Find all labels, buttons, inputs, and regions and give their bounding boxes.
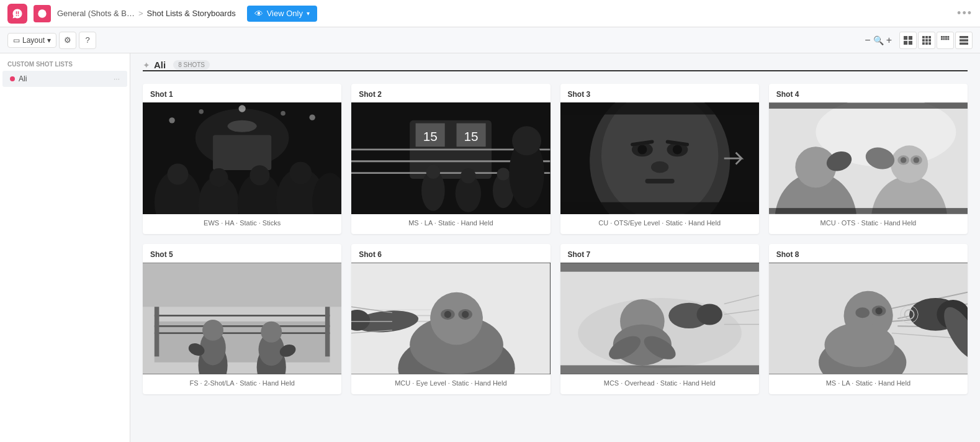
shot-title-2: Shot 2 bbox=[351, 84, 550, 102]
svg-point-112 bbox=[430, 292, 483, 345]
view-grid-small-button[interactable] bbox=[937, 32, 954, 49]
svg-rect-133 bbox=[560, 263, 759, 272]
svg-point-29 bbox=[228, 120, 257, 132]
zoom-in-button[interactable]: + bbox=[886, 35, 892, 46]
shot-title-5: Shot 5 bbox=[143, 244, 341, 263]
shot-card-8[interactable]: Shot 8 MS · LA · Static · Hand Held bbox=[769, 244, 968, 394]
svg-rect-8 bbox=[922, 39, 925, 42]
shot-title-3: Shot 3 bbox=[560, 84, 759, 102]
shot-meta-6: MCU · Eye Level · Static · Hand Held bbox=[351, 374, 550, 388]
svg-rect-10 bbox=[928, 39, 931, 42]
shot-meta-4: MCU · OTS · Static · Hand Held bbox=[769, 214, 968, 228]
app-logo-icon[interactable] bbox=[7, 4, 27, 24]
svg-rect-72 bbox=[560, 103, 759, 115]
svg-rect-21 bbox=[948, 38, 950, 40]
layout-chevron: ▾ bbox=[47, 36, 51, 45]
svg-rect-91 bbox=[155, 322, 330, 363]
svg-point-142 bbox=[855, 307, 870, 318]
breadcrumb-parent[interactable]: General (Shots & B… bbox=[57, 9, 135, 18]
svg-rect-17 bbox=[948, 36, 950, 38]
view-only-button[interactable]: 👁 View Only ▾ bbox=[247, 6, 317, 22]
content-area: ✦ Ali 8 SHOTS Shot 1 bbox=[130, 53, 980, 442]
shot-image-4 bbox=[769, 102, 968, 214]
project-icon bbox=[34, 5, 51, 22]
svg-point-41 bbox=[238, 105, 245, 112]
svg-rect-13 bbox=[928, 42, 931, 45]
shot-meta-1: EWS · HA · Static · Sticks bbox=[143, 214, 341, 228]
svg-point-127 bbox=[696, 304, 722, 325]
svg-point-100 bbox=[202, 320, 223, 341]
chevron-down-icon: ▾ bbox=[307, 10, 310, 17]
shot-card-6[interactable]: Shot 6 MCU · Eye Level · Static · Hand H… bbox=[351, 244, 550, 394]
svg-point-58 bbox=[497, 168, 510, 181]
view-grid-medium-button[interactable] bbox=[918, 32, 935, 49]
svg-rect-15 bbox=[943, 36, 945, 38]
tab-title: Ali bbox=[154, 60, 166, 70]
breadcrumb-separator: > bbox=[138, 9, 143, 18]
shot-image-6 bbox=[351, 263, 550, 374]
svg-point-86 bbox=[901, 157, 906, 163]
shot-title-4: Shot 4 bbox=[769, 84, 968, 102]
sidebar-item-ali[interactable]: Ali ··· bbox=[2, 71, 127, 87]
svg-rect-18 bbox=[941, 38, 943, 40]
svg-rect-6 bbox=[925, 36, 928, 38]
svg-point-66 bbox=[637, 145, 647, 154]
svg-rect-5 bbox=[922, 36, 925, 38]
svg-rect-19 bbox=[943, 38, 945, 40]
sidebar-section-label: CUSTOM SHOT LISTS bbox=[0, 53, 130, 70]
breadcrumb-current: Shot Lists & Storyboards bbox=[147, 9, 236, 18]
view-list-button[interactable] bbox=[955, 32, 973, 49]
shot-image-2: 15 15 bbox=[351, 102, 550, 214]
svg-rect-4 bbox=[909, 40, 912, 44]
shot-meta-7: MCS · Overhead · Static · Hand Held bbox=[560, 374, 759, 388]
breadcrumb: General (Shots & B… > Shot Lists & Story… bbox=[57, 9, 236, 18]
shot-card-1[interactable]: Shot 1 EWS · HA · Static · Sticks bbox=[143, 84, 341, 234]
zoom-controls: − 🔍 + bbox=[865, 35, 892, 46]
shot-card-4[interactable]: Shot 4 MCU · OTS · Static · Hand Held bbox=[769, 84, 968, 234]
shot-meta-5: FS · 2-Shot/LA · Static · Hand Held bbox=[143, 374, 341, 388]
layout-button[interactable]: ▭ Layout ▾ bbox=[7, 33, 56, 48]
svg-point-144 bbox=[875, 307, 882, 314]
shot-card-7[interactable]: Shot 7 MCS · Overhead · Static · Hand He… bbox=[560, 244, 759, 394]
sidebar-item-count: ··· bbox=[114, 74, 120, 83]
shot-title-1: Shot 1 bbox=[143, 84, 341, 102]
svg-rect-95 bbox=[155, 304, 160, 357]
shot-title-8: Shot 8 bbox=[769, 244, 968, 263]
svg-point-39 bbox=[169, 117, 174, 123]
svg-point-43 bbox=[281, 111, 285, 116]
svg-point-40 bbox=[309, 114, 315, 120]
svg-rect-12 bbox=[925, 42, 928, 45]
svg-rect-27 bbox=[213, 135, 271, 170]
view-only-label: View Only bbox=[267, 9, 303, 18]
shot-meta-8: MS · LA · Static · Hand Held bbox=[769, 374, 968, 388]
help-button[interactable]: ? bbox=[79, 32, 96, 49]
svg-point-35 bbox=[168, 164, 189, 185]
shots-grid: Shot 1 EWS · HA · Static · Sticks Shot 2 bbox=[130, 71, 980, 407]
shot-card-5[interactable]: Shot 5 FS · 2-Shot/LA · Static · Hand He… bbox=[143, 244, 341, 394]
svg-rect-73 bbox=[560, 202, 759, 214]
svg-rect-134 bbox=[560, 366, 759, 374]
svg-point-60 bbox=[512, 126, 541, 155]
toolbar: ▭ Layout ▾ ⚙ ? − 🔍 + bbox=[0, 27, 980, 53]
layout-label: Layout bbox=[22, 36, 45, 45]
svg-rect-69 bbox=[645, 179, 674, 184]
gear-button[interactable]: ⚙ bbox=[59, 32, 76, 49]
svg-point-37 bbox=[249, 165, 269, 185]
shot-card-3[interactable]: Shot 3 CU · OTS/Eye Level · Static · Han… bbox=[560, 84, 759, 234]
svg-point-87 bbox=[913, 157, 919, 163]
svg-rect-24 bbox=[960, 42, 968, 45]
tab-header: ✦ Ali 8 SHOTS bbox=[130, 53, 980, 70]
topbar-menu-icon[interactable]: ••• bbox=[957, 7, 973, 20]
view-grid-large-button[interactable] bbox=[899, 32, 917, 49]
view-toggle-group bbox=[899, 32, 973, 49]
svg-rect-14 bbox=[941, 36, 943, 38]
zoom-out-button[interactable]: − bbox=[865, 35, 870, 46]
layout-icon: ▭ bbox=[13, 36, 20, 45]
svg-point-0 bbox=[38, 9, 46, 17]
shot-title-6: Shot 6 bbox=[351, 244, 550, 263]
tab-icon: ✦ bbox=[143, 60, 150, 70]
shot-card-2[interactable]: Shot 2 15 15 MS · LA · Static · Hand Hel… bbox=[351, 84, 550, 234]
svg-rect-7 bbox=[928, 36, 931, 38]
shot-title-7: Shot 7 bbox=[560, 244, 759, 263]
svg-point-68 bbox=[650, 161, 668, 173]
